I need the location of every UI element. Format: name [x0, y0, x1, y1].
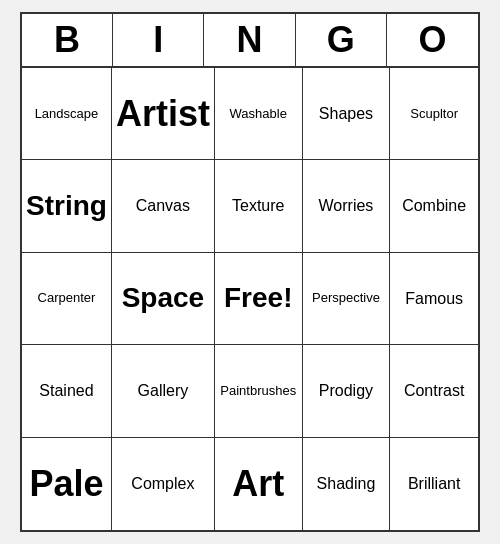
bingo-card: BINGO LandscapeArtistWashableShapesScupl…: [20, 12, 480, 532]
bingo-cell[interactable]: Contrast: [390, 345, 478, 437]
cell-text: Carpenter: [38, 291, 96, 305]
bingo-cell[interactable]: Artist: [112, 68, 215, 160]
bingo-cell[interactable]: Shading: [303, 438, 391, 530]
cell-text: String: [26, 191, 107, 222]
cell-text: Gallery: [138, 382, 189, 400]
cell-text: Combine: [402, 197, 466, 215]
header-letter: N: [204, 14, 295, 66]
bingo-cell[interactable]: Art: [215, 438, 303, 530]
cell-text: Perspective: [312, 291, 380, 305]
cell-text: Washable: [230, 107, 287, 121]
cell-text: Contrast: [404, 382, 464, 400]
bingo-cell[interactable]: Scupltor: [390, 68, 478, 160]
bingo-cell[interactable]: Shapes: [303, 68, 391, 160]
bingo-cell[interactable]: Famous: [390, 253, 478, 345]
bingo-cell[interactable]: Canvas: [112, 160, 215, 252]
cell-text: Shading: [317, 475, 376, 493]
cell-text: Scupltor: [410, 107, 458, 121]
cell-text: Prodigy: [319, 382, 373, 400]
cell-text: Worries: [319, 197, 374, 215]
bingo-cell[interactable]: Brilliant: [390, 438, 478, 530]
header-letter: B: [22, 14, 113, 66]
cell-text: Pale: [29, 464, 103, 504]
cell-text: Canvas: [136, 197, 190, 215]
bingo-grid: LandscapeArtistWashableShapesScupltorStr…: [22, 68, 478, 530]
bingo-cell[interactable]: Landscape: [22, 68, 112, 160]
cell-text: Complex: [131, 475, 194, 493]
bingo-cell[interactable]: Prodigy: [303, 345, 391, 437]
header-letter: G: [296, 14, 387, 66]
bingo-cell[interactable]: String: [22, 160, 112, 252]
bingo-cell[interactable]: Perspective: [303, 253, 391, 345]
bingo-cell[interactable]: Paintbrushes: [215, 345, 303, 437]
cell-text: Space: [122, 283, 205, 314]
bingo-cell[interactable]: Complex: [112, 438, 215, 530]
cell-text: Artist: [116, 94, 210, 134]
bingo-cell[interactable]: Combine: [390, 160, 478, 252]
cell-text: Landscape: [35, 107, 99, 121]
cell-text: Shapes: [319, 105, 373, 123]
header-letter: O: [387, 14, 478, 66]
bingo-cell[interactable]: Free!: [215, 253, 303, 345]
bingo-cell[interactable]: Texture: [215, 160, 303, 252]
cell-text: Stained: [39, 382, 93, 400]
header-letter: I: [113, 14, 204, 66]
bingo-cell[interactable]: Gallery: [112, 345, 215, 437]
bingo-header: BINGO: [22, 14, 478, 68]
bingo-cell[interactable]: Stained: [22, 345, 112, 437]
bingo-cell[interactable]: Carpenter: [22, 253, 112, 345]
cell-text: Free!: [224, 283, 292, 314]
bingo-cell[interactable]: Worries: [303, 160, 391, 252]
bingo-cell[interactable]: Pale: [22, 438, 112, 530]
cell-text: Art: [232, 464, 284, 504]
bingo-cell[interactable]: Space: [112, 253, 215, 345]
cell-text: Paintbrushes: [220, 384, 296, 398]
cell-text: Brilliant: [408, 475, 460, 493]
cell-text: Famous: [405, 290, 463, 308]
bingo-cell[interactable]: Washable: [215, 68, 303, 160]
cell-text: Texture: [232, 197, 284, 215]
